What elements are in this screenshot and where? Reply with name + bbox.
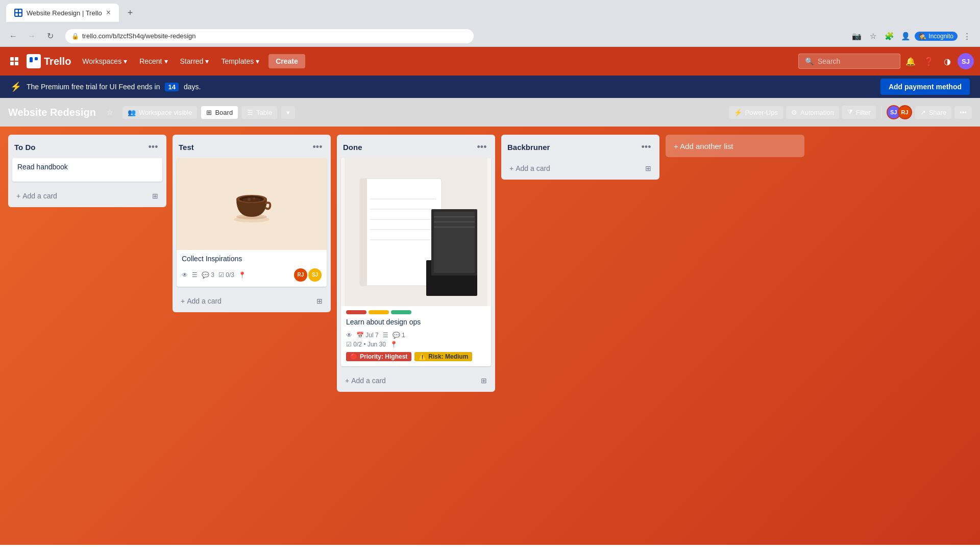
card-learn-design-ops-image: [341, 158, 491, 306]
menu-button[interactable]: ⋮: [960, 29, 974, 43]
help-button[interactable]: ❓: [921, 53, 937, 69]
active-tab[interactable]: Website Redesign | Trello ×: [6, 4, 119, 22]
svg-rect-0: [15, 10, 18, 12]
add-icon: +: [181, 297, 185, 305]
add-another-list-button[interactable]: + Add another list: [666, 135, 804, 157]
new-tab-button[interactable]: +: [123, 6, 137, 20]
list-backbruner-footer: + Add a card ⊞: [501, 158, 659, 180]
trello-navbar: Trello Workspaces ▾ Recent ▾ Starred ▾ T…: [0, 47, 980, 76]
list-done-footer: + Add a card ⊞: [337, 370, 495, 392]
table-view-button[interactable]: ☰ Table: [242, 106, 277, 119]
workspaces-menu[interactable]: Workspaces ▾: [77, 54, 132, 68]
board-view-button[interactable]: ⊞ Board: [201, 106, 238, 119]
list-test-content: Collect Inspirations 👁 ☰ 💬 3 ☑ 0/3 📍 RJ …: [173, 158, 331, 291]
list-done-menu-button[interactable]: •••: [475, 140, 489, 154]
card-avatar-rj: RJ: [294, 268, 307, 282]
add-icon: +: [16, 192, 20, 200]
table-label: Table: [256, 109, 272, 116]
starred-menu[interactable]: Starred ▾: [175, 54, 214, 68]
card-learn-design-ops[interactable]: Learn about design ops 👁 📅 Jul 7 ☰ 💬 1 ☑…: [341, 158, 491, 366]
list-test-title: Test: [179, 143, 310, 152]
date: 📅 Jul 7: [356, 332, 379, 339]
list-backbruner-menu-button[interactable]: •••: [639, 140, 653, 154]
card-collect-inspirations[interactable]: Collect Inspirations 👁 ☰ 💬 3 ☑ 0/3 📍 RJ …: [177, 158, 327, 287]
share-button[interactable]: ↗ Share: [915, 106, 952, 119]
list-done-content: Learn about design ops 👁 📅 Jul 7 ☰ 💬 1 ☑…: [337, 158, 495, 370]
add-card-todo-button[interactable]: + Add a card ⊞: [12, 189, 162, 203]
create-button[interactable]: Create: [268, 54, 305, 68]
cast-icon[interactable]: 📷: [849, 29, 864, 43]
more-views-button[interactable]: ▾: [281, 106, 295, 119]
board-avatar-2[interactable]: RJ: [898, 105, 912, 119]
list-todo: To Do ••• Read handbook + Add a card ⊞: [8, 135, 166, 207]
svg-rect-15: [360, 179, 367, 286]
share-icon: ↗: [920, 109, 926, 116]
risk-badge-icon: ⚠️: [419, 353, 426, 360]
board-title: Website Redesign: [8, 107, 96, 118]
power-ups-icon: ⚡: [734, 109, 742, 116]
filter-button[interactable]: ⧩ Filter: [842, 106, 876, 119]
starred-chevron: ▾: [205, 57, 209, 65]
search-placeholder: Search: [818, 57, 840, 65]
svg-rect-3: [19, 13, 21, 16]
lines-icon: ☰: [383, 332, 388, 339]
templates-menu[interactable]: Templates ▾: [216, 54, 264, 68]
banner-days: 14: [165, 83, 178, 91]
banner-text-before: The Premium free trial for UI Feed ends …: [27, 83, 160, 91]
trello-logo[interactable]: Trello: [27, 54, 71, 68]
card-read-handbook[interactable]: Read handbook: [12, 158, 162, 182]
template-icon: ⊞: [481, 377, 487, 385]
checklist-count2: ☑ 0/2 • Jun 30: [346, 341, 386, 348]
tab-favicon: [14, 9, 22, 17]
user-avatar[interactable]: SJ: [958, 53, 974, 69]
incognito-badge: 🕵 Incognito: [915, 32, 958, 41]
apps-grid-button[interactable]: [6, 53, 22, 69]
workspace-visible-button[interactable]: 👥 Workspace visible: [122, 106, 198, 119]
svg-rect-4: [30, 57, 33, 62]
search-icon: 🔍: [805, 57, 814, 65]
extensions-icon[interactable]: 🧩: [882, 29, 896, 43]
list-test-footer: + Add a card ⊞: [173, 291, 331, 312]
power-ups-button[interactable]: ⚡ Power-Ups: [729, 106, 783, 119]
list-todo-menu-button[interactable]: •••: [146, 140, 160, 154]
url-input[interactable]: 🔒 trello.com/b/lzcfSh4q/website-redesign: [65, 29, 474, 43]
board-area: To Do ••• Read handbook + Add a card ⊞ T…: [0, 127, 980, 545]
checklist-count: ☑ 0/3: [218, 271, 234, 279]
card-learn-design-ops-body: Learn about design ops 👁 📅 Jul 7 ☰ 💬 1 ☑…: [341, 306, 491, 366]
card-badges: 🔴 Priority: Highest ⚠️ Risk: Medium: [346, 352, 486, 361]
svg-rect-23: [434, 212, 475, 273]
star-board-button[interactable]: ☆: [102, 104, 118, 120]
profile-icon[interactable]: 👤: [898, 29, 913, 43]
recent-menu[interactable]: Recent ▾: [134, 54, 173, 68]
add-payment-button[interactable]: Add payment method: [880, 79, 970, 95]
table-icon: ☰: [247, 109, 253, 116]
add-card-backbruner-button[interactable]: + Add a card ⊞: [505, 161, 655, 176]
more-options-button[interactable]: •••: [954, 106, 972, 119]
tab-close-button[interactable]: ×: [106, 8, 111, 17]
list-todo-content: Read handbook: [8, 158, 166, 186]
board-icon: ⊞: [206, 109, 212, 116]
add-card-test-button[interactable]: + Add a card ⊞: [177, 294, 327, 308]
back-button[interactable]: ←: [6, 29, 20, 43]
template-icon: ⊞: [645, 164, 651, 172]
separator: [881, 106, 881, 118]
recent-label: Recent: [139, 57, 162, 65]
list-test-menu-button[interactable]: •••: [310, 140, 325, 154]
svg-rect-5: [35, 57, 38, 60]
notification-bell-button[interactable]: 🔔: [902, 53, 919, 69]
workspaces-label: Workspaces: [82, 57, 121, 65]
automation-icon: ⚙: [791, 109, 797, 116]
reload-button[interactable]: ↻: [43, 29, 57, 43]
browser-tab-bar: Website Redesign | Trello × +: [0, 0, 980, 26]
forward-button[interactable]: →: [24, 29, 39, 43]
card-learn-design-ops-title: Learn about design ops: [346, 317, 486, 328]
automation-button[interactable]: ⚙ Automation: [786, 106, 839, 119]
add-card-label: Add a card: [516, 164, 550, 172]
bookmark-icon[interactable]: ☆: [866, 29, 880, 43]
theme-button[interactable]: ◑: [939, 53, 955, 69]
svg-point-12: [253, 197, 255, 199]
template-icon: ⊞: [152, 192, 158, 200]
add-card-done-button[interactable]: + Add a card ⊞: [341, 373, 491, 388]
card-collect-inspirations-body: Collect Inspirations 👁 ☰ 💬 3 ☑ 0/3 📍 RJ …: [177, 250, 327, 287]
search-box[interactable]: 🔍 Search: [798, 54, 900, 69]
